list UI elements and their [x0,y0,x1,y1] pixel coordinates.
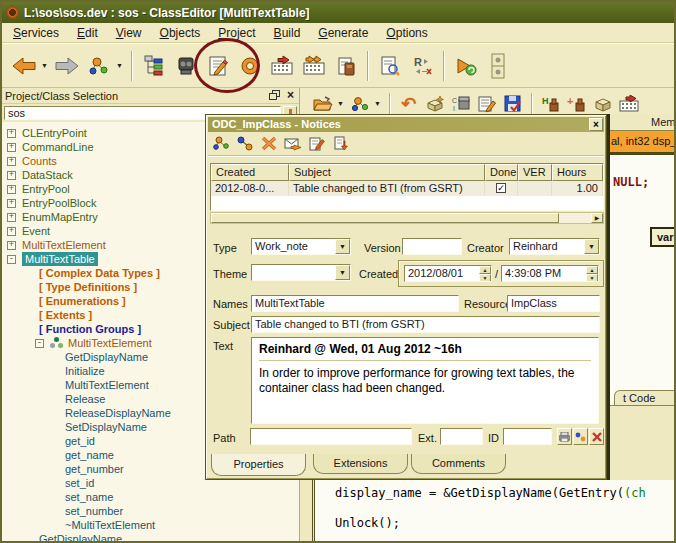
spin-down-icon[interactable]: ▼ [479,274,491,282]
path-browse-button[interactable] [557,428,572,445]
column-header-created[interactable]: Created [211,164,289,181]
done-checkbox[interactable]: ✓ [496,183,506,193]
back-button[interactable] [9,49,39,83]
undo-button[interactable]: ↶ [397,91,421,117]
class-select-dropdown-icon[interactable]: ▼ [374,100,381,107]
menu-generate[interactable]: Generate [309,24,377,42]
class-navigator-dropdown-icon[interactable]: ▼ [116,62,123,69]
keyboard-generate-button[interactable] [617,91,641,117]
code-editor[interactable]: display_name = &GetDisplayName(GetEntry(… [300,480,676,543]
expand-icon[interactable]: + [7,199,16,208]
package-button[interactable] [591,91,615,117]
text-editor[interactable]: Reinhard @ Wed, 01 Aug 2012 ~16h In orde… [251,337,599,424]
menu-project[interactable]: Project [209,24,264,42]
panel-close-icon[interactable]: × [285,90,296,101]
scrollbar-thumb[interactable] [211,213,559,223]
resource-input[interactable]: ImpClass [507,295,600,312]
variable-box[interactable]: varia [650,227,676,247]
notice-class-button[interactable] [212,135,230,152]
clipboard-button[interactable] [331,49,361,83]
ext-input[interactable] [440,428,483,445]
expand-icon[interactable]: + [7,171,16,180]
open-folder-button[interactable] [311,91,335,117]
header-member-button[interactable]: H [539,91,563,117]
menu-view[interactable]: View [107,24,151,42]
forward-button[interactable] [52,49,82,83]
version-input[interactable] [402,238,462,255]
notices-button[interactable] [203,49,233,83]
add-member-button[interactable]: + [565,91,589,117]
save-button[interactable] [501,91,525,117]
tree-item[interactable]: set_number [2,504,299,518]
window-titlebar[interactable]: L:\sos\sos.dev : sos - ClassEditor [Mult… [2,2,674,23]
notice-copy-button[interactable] [332,135,350,152]
column-header-subject[interactable]: Subject [289,164,485,181]
back-history-dropdown-icon[interactable]: ▼ [41,62,48,69]
menu-edit[interactable]: Edit [68,24,107,42]
collapse-icon[interactable]: - [35,339,44,348]
column-header-hours[interactable]: Hours [552,164,603,181]
hierarchy-view-button[interactable] [139,49,169,83]
dialog-titlebar[interactable]: ODC_ImpClass - Notices × [208,117,604,132]
open-folder-dropdown-icon[interactable]: ▼ [337,100,344,107]
menu-services[interactable]: Services [4,24,68,42]
expand-icon[interactable]: + [7,157,16,166]
spin-up-icon[interactable]: ▲ [479,266,491,274]
menu-objects[interactable]: Objects [151,24,210,42]
path-delete-button[interactable] [589,428,604,445]
column-header-ver[interactable]: VER [518,164,552,181]
notice-link-button[interactable] [236,135,254,152]
tab-properties[interactable]: Properties [211,454,306,476]
expand-icon[interactable]: + [7,241,16,250]
inspector-button[interactable] [171,49,201,83]
id-input[interactable] [503,428,552,445]
chevron-down-icon[interactable]: ▼ [335,265,350,280]
edit-source-button[interactable] [475,91,499,117]
subject-input[interactable]: Table changed to BTI (from GSRT) [251,316,600,333]
expand-icon[interactable]: + [7,143,16,152]
menu-build[interactable]: Build [265,24,310,42]
notice-mail-button[interactable] [284,135,302,152]
theme-select[interactable]: ▼ [251,264,351,281]
class-navigator-button[interactable] [84,49,114,83]
menu-options[interactable]: Options [377,24,436,42]
table-hscrollbar[interactable]: ▶ [210,212,604,224]
notice-row[interactable]: 2012-08-0...Table changed to BTI (from G… [211,181,603,196]
expand-icon[interactable]: + [7,129,16,138]
expand-icon[interactable]: + [7,213,16,222]
column-header-done[interactable]: Done [485,164,518,181]
tab-comments[interactable]: Comments [411,454,506,474]
class-info-button[interactable]: C I [449,91,473,117]
find-in-document-button[interactable] [375,49,405,83]
notice-delete-button[interactable] [260,135,278,152]
rename-button[interactable]: R [407,49,437,83]
spin-up-icon[interactable]: ▲ [586,266,598,274]
dialog-close-button[interactable]: × [589,118,603,131]
scroll-right-icon[interactable]: ▶ [591,213,603,223]
generate-export-button[interactable] [299,49,329,83]
member-column-header[interactable]: Membe [610,114,676,131]
expand-icon[interactable]: + [7,227,16,236]
tab-extensions[interactable]: Extensions [313,454,408,474]
toggle-panel-button[interactable] [483,49,513,83]
creator-select[interactable]: Reinhard ▼ [509,238,600,255]
created-time-spinner[interactable]: 4:39:08 PM ▲▼ [501,265,599,282]
tab-test-code[interactable]: t Code [614,390,676,405]
tree-item[interactable]: GetDisplayName [2,532,299,541]
names-input[interactable]: MultiTextTable [251,295,459,312]
path-link-button[interactable] [573,428,588,445]
chevron-down-icon[interactable]: ▼ [584,239,599,254]
type-select[interactable]: Work_note ▼ [251,238,351,255]
class-select-button[interactable] [348,91,372,117]
spin-down-icon[interactable]: ▼ [586,274,598,282]
run-button[interactable] [451,49,481,83]
expand-icon[interactable]: + [7,185,16,194]
notice-edit-button[interactable] [308,135,326,152]
created-date-spinner[interactable]: 2012/08/01 ▲▼ [404,265,492,282]
help-ring-button[interactable] [235,49,265,83]
new-package-button[interactable] [423,91,447,117]
chevron-down-icon[interactable]: ▼ [335,239,350,254]
selected-signature-row[interactable]: al, int32 dsp_in [610,131,676,152]
float-panel-icon[interactable] [269,90,281,101]
path-input[interactable] [250,428,412,445]
